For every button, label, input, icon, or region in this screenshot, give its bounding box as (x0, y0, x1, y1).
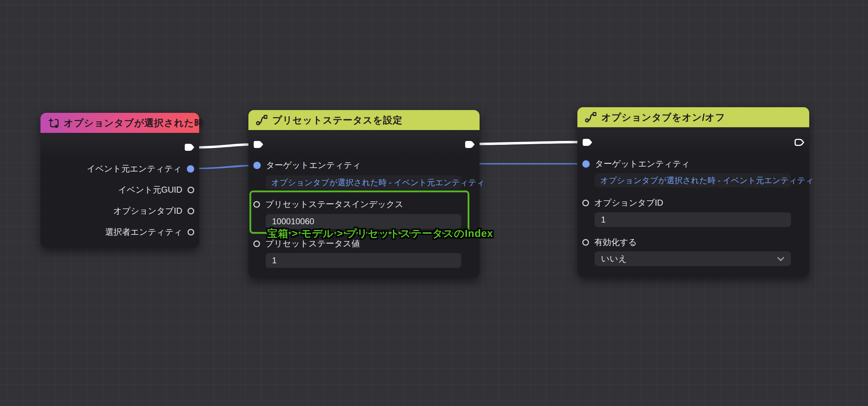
input-row: オプションタブID (582, 197, 663, 208)
sequence-icon (255, 114, 267, 126)
input-label: オプションタブID (594, 197, 663, 208)
exec-output-pin[interactable] (794, 138, 805, 147)
field-value: 1 (601, 215, 606, 225)
binding-text: オプションタブが選択された時 - イベント元エンティティ (271, 177, 485, 188)
binding-text: オプションタブが選択された時 - イベント元エンティティ (600, 175, 814, 186)
sequence-icon (584, 111, 596, 123)
guid-output-pin[interactable] (188, 187, 194, 193)
target-binding-chip[interactable]: オプションタブが選択された時 - イベント元エンティティ (266, 175, 461, 189)
input-label: ターゲットエンティティ (266, 160, 361, 171)
preset-value-input-pin[interactable] (253, 240, 260, 247)
node-graph-canvas[interactable]: オプションタブが選択された時 イベント元エンティティ イベント元GUID オプシ… (0, 0, 868, 406)
tab-id-output-pin[interactable] (188, 208, 194, 214)
input-label: ターゲットエンティティ (595, 158, 690, 169)
output-row: オプションタブID (113, 205, 194, 217)
output-row: イベント元エンティティ (87, 163, 194, 174)
option-tab-id-input-pin[interactable] (582, 200, 589, 206)
output-row: イベント元GUID (118, 184, 194, 195)
target-entity-input-pin[interactable] (253, 162, 261, 169)
enable-dropdown[interactable]: いいえ (595, 251, 791, 266)
node-toggle-option-tab[interactable]: オプションタブをオン/オフ ターゲットエンティティ オプションタブが選択された時… (577, 107, 809, 277)
input-row: ターゲットエンティティ (253, 160, 361, 171)
chevron-down-icon (777, 254, 784, 261)
dropdown-value: いいえ (601, 253, 627, 264)
output-row: 選択者エンティティ (105, 226, 194, 238)
node-title: プリセットステータスを設定 (272, 114, 403, 127)
target-entity-input-pin[interactable] (582, 160, 590, 168)
output-label: オプションタブID (113, 205, 182, 217)
output-label: イベント元GUID (118, 184, 182, 195)
exec-output-pin[interactable] (464, 140, 475, 149)
exec-input-pin[interactable] (253, 140, 264, 149)
entity-output-pin[interactable] (187, 165, 194, 173)
node-header[interactable]: オプションタブが選択された時 (40, 113, 199, 133)
exec-wire-set-to-toggle[interactable] (469, 142, 585, 144)
annotation-text: 宝箱 > モデル > プリセットステータスのIndex (267, 227, 493, 241)
output-label: 選択者エンティティ (105, 226, 182, 238)
input-label: 有効化する (594, 237, 637, 248)
node-header[interactable]: プリセットステータスを設定 (248, 110, 480, 130)
option-tab-id-field[interactable]: 1 (595, 212, 791, 227)
field-value: 1 (272, 256, 277, 265)
target-binding-chip[interactable]: オプションタブが選択された時 - イベント元エンティティ (595, 173, 791, 187)
preset-value-field[interactable]: 1 (266, 253, 461, 268)
node-title: オプションタブをオン/オフ (601, 111, 725, 124)
input-row: ターゲットエンティティ (582, 158, 690, 169)
node-event-option-tab-selected[interactable]: オプションタブが選択された時 イベント元エンティティ イベント元GUID オプシ… (40, 113, 199, 248)
enable-input-pin[interactable] (582, 239, 589, 246)
input-row: 有効化する (582, 237, 637, 248)
exec-wire-event-to-set[interactable] (194, 144, 253, 147)
exec-input-pin[interactable] (582, 138, 593, 147)
selector-output-pin[interactable] (188, 229, 194, 236)
output-label: イベント元エンティティ (87, 163, 182, 174)
node-title: オプションタブが選択された時 (64, 117, 204, 129)
node-header[interactable]: オプションタブをオン/オフ (577, 107, 809, 127)
event-icon (47, 117, 59, 129)
exec-output-pin[interactable] (184, 143, 195, 152)
